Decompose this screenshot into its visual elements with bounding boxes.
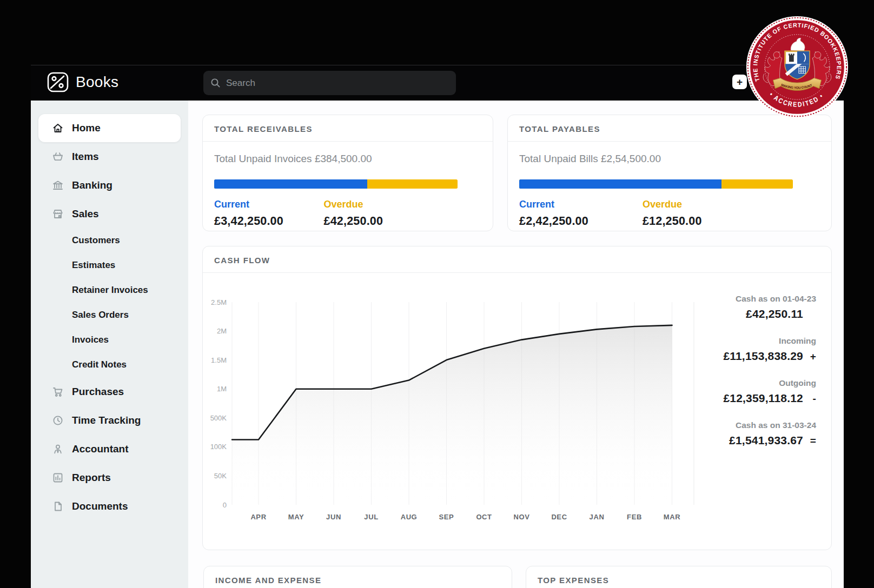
app-title: Books — [76, 74, 118, 91]
svg-text:MAR: MAR — [664, 513, 680, 521]
app-window: Books + — [31, 65, 844, 588]
payables-current-bar — [519, 179, 721, 189]
sidebar-item-label: Time Tracking — [72, 415, 141, 426]
cash-flow-stats: Cash as on 01-04-23 £42,250.11 Incoming … — [687, 294, 816, 463]
stat-value: £12,359,118.12 — [723, 392, 803, 404]
svg-text:2.5M: 2.5M — [211, 298, 227, 306]
unpaid-invoices-total: Total Unpaid Invoices £384,500.00 — [214, 153, 481, 165]
sidebar-item-label: Banking — [72, 179, 112, 191]
svg-text:50K: 50K — [214, 472, 227, 480]
plus-sign: + — [803, 351, 816, 363]
sidebar-item-label: Items — [72, 151, 99, 163]
total-receivables-card: TOTAL RECEIVABLES Total Unpaid Invoices … — [202, 115, 493, 231]
card-title: CASH FLOW — [203, 246, 831, 273]
bar-chart-icon — [52, 472, 64, 484]
sidebar-item-home[interactable]: Home — [38, 114, 181, 142]
overdue-amount: £42,250.00 — [324, 215, 434, 228]
svg-text:NOV: NOV — [514, 513, 530, 521]
sidebar-item-label: Reports — [72, 472, 111, 484]
total-payables-card: TOTAL PAYABLES Total Unpaid Bills £2,54,… — [507, 115, 832, 231]
overdue-label: Overdue — [324, 199, 434, 210]
screenshot-stage: Books + — [0, 0, 874, 588]
sidebar-item-sales-orders[interactable]: Sales Orders — [31, 303, 188, 328]
main-content: TOTAL RECEIVABLES Total Unpaid Invoices … — [188, 101, 844, 588]
home-icon — [52, 122, 64, 134]
overdue-label: Overdue — [643, 199, 766, 210]
app-logo[interactable]: Books — [47, 72, 118, 92]
document-icon — [52, 500, 64, 512]
cash-flow-card: CASH FLOW APRMAYJUNJULAUGSEPOCTNOVDECJAN… — [202, 246, 832, 550]
svg-text:OCT: OCT — [476, 513, 492, 521]
current-label: Current — [519, 199, 643, 210]
stat-incoming: Incoming £11,153,838.29+ — [687, 336, 816, 363]
svg-text:MAY: MAY — [288, 513, 304, 521]
sidebar-item-retainer-invoices[interactable]: Retainer Invoices — [31, 278, 188, 303]
svg-text:AUG: AUG — [401, 513, 418, 521]
shield-crest — [785, 51, 810, 79]
card-title: TOTAL RECEIVABLES — [203, 115, 493, 142]
svg-text:500K: 500K — [210, 414, 227, 422]
sidebar-item-banking[interactable]: Banking — [31, 171, 188, 199]
sidebar: Home Items Banking — [31, 101, 188, 588]
sidebar-item-customers[interactable]: Customers — [31, 228, 188, 253]
svg-text:SEP: SEP — [439, 513, 454, 521]
svg-text:FEB: FEB — [627, 513, 642, 521]
svg-text:1M: 1M — [217, 385, 227, 393]
svg-text:APR: APR — [250, 513, 266, 521]
receivables-current-bar — [214, 179, 367, 189]
stat-closing-cash: Cash as on 31-03-24 £1,541,933.67= — [687, 420, 816, 447]
stat-value: £1,541,933.67 — [729, 434, 803, 446]
card-title: INCOME AND EXPENSE — [204, 566, 512, 588]
top-expenses-card: TOP EXPENSES — [526, 566, 832, 588]
sidebar-item-sales[interactable]: Sales — [31, 199, 188, 228]
sidebar-item-items[interactable]: Items — [31, 142, 188, 171]
sidebar-item-label: Home — [72, 122, 101, 134]
svg-text:100K: 100K — [210, 443, 227, 451]
sidebar-item-documents[interactable]: Documents — [31, 492, 188, 520]
books-logo-icon — [47, 72, 69, 92]
stat-outgoing: Outgoing £12,359,118.12- — [687, 378, 816, 405]
receivables-ratio-bar — [214, 179, 458, 189]
search-bar — [203, 71, 456, 95]
sidebar-item-accountant[interactable]: Accountant — [31, 435, 188, 463]
card-title: TOP EXPENSES — [526, 566, 831, 588]
sidebar-item-label: Accountant — [72, 443, 129, 455]
sidebar-item-time-tracking[interactable]: Time Tracking — [31, 406, 188, 435]
sidebar-item-purchases[interactable]: Purchases — [31, 377, 188, 406]
app-shell: Home Items Banking — [31, 101, 844, 588]
search-input[interactable] — [203, 71, 456, 95]
accountant-icon — [52, 443, 64, 455]
basket-icon — [52, 151, 64, 163]
equals-sign: = — [803, 435, 816, 447]
svg-text:JUL: JUL — [364, 513, 378, 521]
cart-icon — [52, 386, 64, 398]
sidebar-item-estimates[interactable]: Estimates — [31, 253, 188, 278]
sidebar-item-label: Purchases — [72, 386, 124, 398]
svg-text:DEC: DEC — [551, 513, 567, 521]
current-label: Current — [214, 199, 324, 210]
icb-accredited-badge: THE INSTITUTE OF CERTIFIED BOOKKEEPERS •… — [745, 15, 850, 119]
unpaid-bills-total: Total Unpaid Bills £2,54,500.00 — [519, 153, 820, 165]
payables-ratio-bar — [519, 179, 793, 189]
clock-icon — [52, 415, 64, 426]
current-amount: £2,42,250.00 — [519, 215, 643, 228]
svg-text:JUN: JUN — [326, 513, 341, 521]
stat-opening-cash: Cash as on 01-04-23 £42,250.11 — [687, 294, 816, 320]
cash-flow-chart: APRMAYJUNJULAUGSEPOCTNOVDECJANFEBMAR050K… — [203, 272, 711, 549]
minus-sign: - — [803, 393, 816, 405]
topbar: Books + — [31, 65, 844, 101]
sidebar-item-label: Documents — [72, 500, 128, 512]
sidebar-item-label: Sales — [72, 208, 99, 220]
svg-text:2M: 2M — [217, 327, 227, 335]
svg-text:JAN: JAN — [590, 513, 605, 521]
sidebar-item-invoices[interactable]: Invoices — [31, 328, 188, 352]
stat-value: £11,153,838.29 — [723, 350, 803, 362]
current-amount: £3,42,250.00 — [214, 215, 324, 228]
storefront-icon — [52, 208, 64, 220]
sidebar-item-reports[interactable]: Reports — [31, 463, 188, 492]
svg-text:1.5M: 1.5M — [211, 356, 227, 364]
sidebar-item-credit-notes[interactable]: Credit Notes — [31, 352, 188, 377]
stat-value: £42,250.11 — [746, 308, 803, 320]
income-and-expense-card: INCOME AND EXPENSE — [203, 566, 512, 588]
svg-text:0: 0 — [223, 501, 227, 509]
